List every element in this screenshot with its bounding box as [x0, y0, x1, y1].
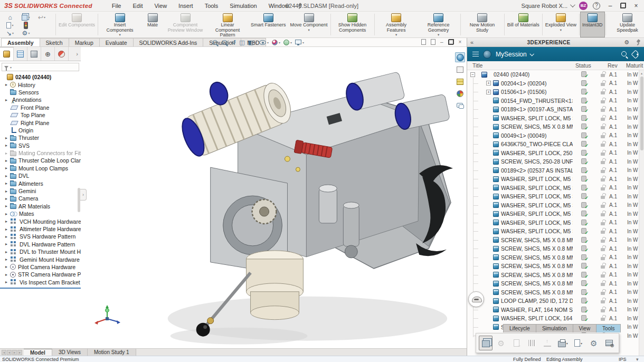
menu-edit[interactable]: Edit [128, 2, 147, 10]
instant3d-button[interactable]: Instant3D [580, 12, 605, 37]
tree-item-gemini[interactable]: ▸Gemini [0, 187, 81, 195]
close-button[interactable]: × [631, 2, 641, 9]
tree-item-dvl-to-thruster-mount-hardware-pa[interactable]: ▸DVL to Thruster Mount Hardware Pa [0, 248, 81, 255]
table-row[interactable]: WASHER, SPLIT LOCK, M5 SCR...A.1In W [467, 114, 639, 123]
table-row[interactable]: 00049<1> (00049)A.1In W [467, 131, 639, 140]
linear-component-pattern-button[interactable]: Linear Component Pattern▾ [206, 12, 249, 37]
tree-item-vch-mounting-hardware[interactable]: ▸VCH Mounting Hardware [0, 217, 81, 225]
tab-scroll-prev[interactable]: ◂ [7, 350, 12, 355]
display-style-icon[interactable]: ◧▾ [248, 39, 256, 46]
table-row[interactable]: WASHER, SPLIT LOCK, M5 SCR...A.1In W [467, 184, 639, 193]
export-document-icon[interactable]: ▾ [571, 336, 585, 350]
layers-tool-icon[interactable] [479, 336, 493, 350]
apply-scene-icon[interactable]: ▾ [283, 40, 292, 45]
tree-item-ar-materials[interactable]: ▸AR Materials [0, 203, 81, 210]
tree-item-right-plane[interactable]: Right Plane [0, 119, 81, 126]
compass-logo-icon[interactable] [483, 50, 491, 59]
update-speedpak-button[interactable]: Update Speedpak [607, 12, 644, 37]
interference-check-icon[interactable] [24, 22, 28, 29]
user-avatar[interactable]: BZ [579, 2, 588, 10]
panel-pin-icon[interactable] [636, 40, 641, 45]
expand-expander-icon[interactable]: + [486, 90, 491, 94]
tree-item-thruster[interactable]: ▸Thruster [0, 134, 81, 141]
status-units[interactable]: IPS [619, 357, 627, 362]
model-tab-3d-views[interactable]: 3D Views [52, 349, 88, 356]
undo-button[interactable]: ↩▾ [38, 14, 45, 21]
more-tabs-chevron[interactable]: › [73, 47, 81, 61]
previous-view-icon[interactable]: ↺ [231, 39, 236, 46]
doc-minimize-button[interactable]: – [440, 39, 443, 45]
tab-markup[interactable]: Markup [69, 38, 100, 46]
tree-filter-box[interactable]: ▾ [2, 63, 79, 71]
dropdown-arrow-icon[interactable]: ▾ [290, 41, 292, 44]
table-row[interactable]: SCREW, SHCS, M5 X 0.8 MM TH...A.1In W [467, 122, 639, 131]
dropdown-arrow-icon[interactable]: ▾ [302, 41, 304, 44]
scroll-up-arrow[interactable]: ▴ [639, 70, 644, 75]
dropdown-arrow-icon[interactable]: ▾ [308, 28, 309, 32]
lifecycle-ball-icon[interactable] [455, 89, 465, 99]
tag-icon[interactable] [631, 50, 640, 59]
tab-dimxpert-manager[interactable]: ⊕ [41, 47, 55, 61]
expand-arrow-icon[interactable]: ▸ [5, 98, 10, 102]
tree-item-top-plane[interactable]: Top Plane [0, 111, 81, 119]
expand-arrow-icon[interactable]: ▸ [5, 143, 10, 148]
tree-item-pilot-camera-hardware[interactable]: ▸Pilot Camera Hardware [0, 263, 81, 271]
tab-sketch[interactable]: Sketch [40, 38, 69, 46]
column-maturity[interactable]: Maturit [626, 62, 643, 69]
zoom-fit-icon[interactable] [212, 40, 219, 46]
panel-tab-tools[interactable]: Tools [596, 324, 621, 332]
table-row[interactable]: 6436K750_TWO-PIECE CLAMP-...A.1In W [467, 140, 639, 149]
table-row[interactable]: +01506<1> (01506)A.1In W [467, 88, 639, 97]
table-row[interactable]: 00189<2> (02537 AS INSTALLED)A.1In W [467, 166, 639, 175]
expand-arrow-icon[interactable]: ▸ [5, 151, 10, 156]
print-icon[interactable]: ▾ [556, 336, 570, 350]
table-row[interactable]: SCREW, SHCS, M5 X 0.8 MM TH...A.1In W [467, 271, 639, 280]
smart-fasteners-button[interactable]: Smart Fasteners [249, 12, 288, 37]
table-row[interactable]: +00204<1> (00204)A.1In W [467, 79, 639, 88]
menu-tools[interactable]: Tools [200, 2, 223, 10]
expand-arrow-icon[interactable]: ▸ [5, 250, 10, 254]
design-table-icon[interactable] [455, 77, 465, 87]
bill-of-materials-button[interactable]: Bill of Materials [505, 12, 542, 37]
menu-insert[interactable]: Insert [174, 2, 198, 10]
table-row[interactable]: WASHER, SPLIT LOCK, M5 SCR...A.1In W [467, 201, 639, 210]
tree-item-dvl-hardware-pattern[interactable]: ▸DVL Hardware Pattern [0, 241, 81, 248]
expand-arrow-icon[interactable]: ▸ [5, 219, 10, 224]
model-tab-model[interactable]: Model [24, 349, 52, 356]
tab-property-manager[interactable] [14, 47, 27, 61]
dropdown-arrow-icon[interactable]: ▾ [254, 41, 256, 44]
expand-arrow-icon[interactable]: ▸ [5, 257, 10, 262]
view-settings-icon[interactable]: ▾ [295, 40, 304, 45]
tab-scroll-last[interactable]: ▸ [17, 350, 22, 355]
status-units-dropdown[interactable]: ▾ [636, 357, 639, 362]
menu-view[interactable]: View [149, 2, 172, 10]
new-motion-study-button[interactable]: New Motion Study [461, 12, 504, 37]
doc-restore-button[interactable] [448, 39, 454, 45]
doc-window-icon-2[interactable] [431, 39, 435, 45]
expand-arrow-icon[interactable]: ▸ [5, 181, 10, 186]
insert-components-button[interactable]: Insert Components▾ [99, 12, 141, 37]
expand-arrow-icon[interactable]: ▸ [5, 272, 10, 277]
save-button[interactable]: ▾ [22, 14, 30, 21]
table-row[interactable]: WASHER, SPLIT LOCK, M5 SCR...A.1In W [467, 175, 639, 184]
expand-arrow-icon[interactable]: ▸ [5, 264, 10, 269]
dropdown-arrow-icon[interactable]: ▾ [119, 33, 120, 36]
tab-feature-manager[interactable] [0, 47, 14, 61]
tree-item-vis-inspect-cam-bracket-hardware[interactable]: ▸Vis Inspect Cam Bracket Hardware [0, 279, 81, 286]
expand-arrow-icon[interactable]: ▸ [5, 166, 10, 170]
dropdown-arrow-icon[interactable]: ▾ [566, 341, 568, 345]
collapse-expander-icon[interactable]: − [470, 72, 475, 77]
options-gear-button[interactable]: ⚙▾ [22, 30, 30, 37]
dropdown-arrow-icon[interactable]: ▾ [438, 33, 439, 36]
panel-flyout-handle[interactable]: › [80, 189, 87, 201]
column-title[interactable]: Title [472, 62, 482, 69]
tab-solidworks-add-ins[interactable]: SOLIDWORKS Add-Ins [133, 38, 204, 46]
tab-evaluate[interactable]: Evaluate [99, 38, 134, 46]
table-row[interactable]: SCREW, SHCS, M5 X 0.8 MM TH...A.1In W [467, 279, 639, 288]
panel-tab-simulation[interactable]: Simulation [536, 324, 573, 332]
tab-display-manager[interactable] [55, 47, 69, 61]
zoom-area-icon[interactable] [222, 40, 228, 46]
tree-item-dvl[interactable]: ▸DVL [0, 172, 81, 179]
search-box[interactable]: Square Robot X... [522, 3, 574, 9]
move-component-button[interactable]: Move Component▾ [288, 12, 330, 37]
